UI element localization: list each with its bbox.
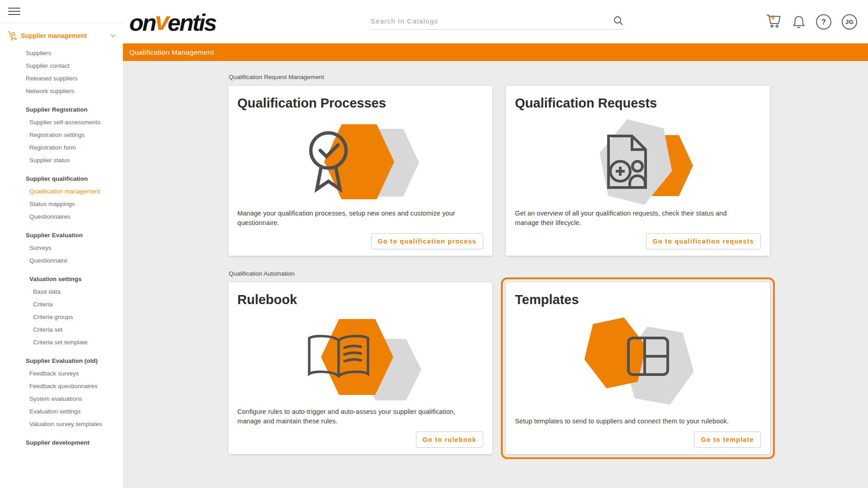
sidebar-section-supplier-evaluation[interactable]: Supplier Evaluation (0, 229, 123, 241)
card-description: Configure rules to auto-trigger and auto… (237, 407, 466, 426)
rulebook-illustration (304, 319, 417, 400)
sidebar-section-supplier-development[interactable]: Supplier development (0, 436, 123, 449)
sidebar-item-supplier-contact[interactable]: Supplier contact (0, 59, 123, 72)
cards-row-1: Qualification Processes Manage your qual… (228, 86, 868, 256)
go-to-qualification-requests-button[interactable]: Go to qualification requests (646, 233, 761, 249)
logo-part1: on (129, 9, 156, 36)
page-content: Qualification Request Management Qualifi… (123, 61, 868, 488)
card-title: Templates (515, 292, 761, 307)
sidebar-item-qualification-management[interactable]: Qualification management (0, 185, 123, 197)
sidebar-item-suppliers[interactable]: Suppliers (0, 47, 123, 59)
sidebar-nav: Suppliers Supplier contact Released supp… (0, 47, 123, 449)
go-to-template-button[interactable]: Go to template (694, 432, 761, 448)
go-to-qualification-process-button[interactable]: Go to qualification process (371, 233, 483, 249)
sidebar-item-questionnaires[interactable]: Questionnaires (0, 210, 123, 223)
card-qualification-processes: Qualification Processes Manage your qual… (228, 86, 492, 256)
cart-button[interactable]: 6 (765, 14, 782, 30)
card-title: Rulebook (237, 292, 483, 307)
qualification-processes-illustration (304, 122, 417, 204)
sidebar-item-system-evaluations[interactable]: System evaluations (0, 392, 123, 405)
sidebar-item-criteria-groups[interactable]: Criteria groups (0, 310, 123, 323)
open-book-icon (305, 332, 373, 385)
medal-check-icon (305, 127, 352, 196)
sidebar-item-surveys[interactable]: Surveys (0, 241, 123, 254)
hamburger-row (0, 0, 123, 23)
card-description: Setup templates to send to suppliers and… (515, 417, 743, 426)
go-to-rulebook-button[interactable]: Go to rulebook (416, 432, 483, 448)
main-column: onventis 6 ? JG (123, 0, 868, 488)
sidebar-item-registration-form[interactable]: Registration form (0, 141, 123, 154)
catalog-search (371, 12, 625, 30)
card-title: Qualification Processes (237, 96, 483, 111)
qualification-requests-illustration (581, 122, 694, 204)
search-input[interactable] (371, 12, 609, 29)
card-templates: Templates Setup templates to send to sup… (506, 282, 770, 454)
top-bar: onventis 6 ? JG (123, 0, 868, 43)
sidebar-item-feedback-questionnaires[interactable]: Feedback questionnaires (0, 380, 123, 392)
sidebar-item-valuation-survey-templates[interactable]: Valuation survey templates (0, 418, 123, 430)
card-description: Manage your qualification processes, set… (237, 209, 466, 228)
sidebar-item-supplier-status[interactable]: Supplier status (0, 154, 123, 166)
sidebar-item-criteria-set-template[interactable]: Criteria set template (0, 336, 123, 348)
logo-v: v (155, 8, 168, 34)
chevron-down-icon (110, 34, 116, 38)
sidebar-item-supplier-management[interactable]: Supplier management (0, 28, 123, 44)
sidebar-item-released-suppliers[interactable]: Released suppliers (0, 72, 123, 84)
sidebar-item-base-data[interactable]: Base data (0, 285, 123, 298)
sidebar-item-feedback-surveys[interactable]: Feedback surveys (0, 367, 123, 380)
request-document-icon (605, 133, 656, 191)
templates-illustration (581, 319, 694, 400)
template-layout-icon (627, 336, 670, 377)
card-title: Qualification Requests (515, 96, 761, 111)
breadcrumb-bar: Qualification Management (123, 43, 868, 61)
hamburger-menu-icon[interactable] (8, 5, 20, 17)
sidebar-item-evaluation-settings[interactable]: Evaluation settings (0, 405, 123, 418)
card-qualification-requests: Qualification Requests (506, 86, 770, 256)
sidebar-item-questionnaire[interactable]: Questionnaire (0, 254, 123, 267)
header-icons: 6 ? JG (765, 14, 857, 30)
app: { "colors": { "accent_orange": "#EE7D01"… (0, 0, 868, 488)
sidebar-item-status-mappings[interactable]: Status mappings (0, 197, 123, 210)
cards-row-2: Rulebook Confi (228, 282, 868, 454)
cart-count-badge: 6 (771, 14, 774, 21)
avatar-initials: JG (845, 19, 854, 25)
help-button[interactable]: ? (816, 14, 831, 29)
section-label-request-management: Qualification Request Management (229, 74, 868, 80)
search-icon[interactable] (613, 15, 624, 26)
sidebar-root-label: Supplier management (21, 32, 87, 39)
notifications-bell-icon[interactable] (792, 15, 806, 28)
sidebar-item-criteria[interactable]: Criteria (0, 298, 123, 310)
sidebar-section-supplier-qualification[interactable]: Supplier qualification (0, 172, 123, 185)
sidebar-section-valuation-settings[interactable]: Valuation settings (0, 272, 123, 285)
help-glyph: ? (821, 18, 826, 26)
user-avatar[interactable]: JG (842, 14, 857, 29)
logo-part2: entis (168, 9, 216, 36)
sidebar-section-supplier-registration[interactable]: Supplier Registration (0, 103, 123, 116)
sidebar-item-registration-settings[interactable]: Registration settings (0, 128, 123, 141)
sidebar-section-supplier-evaluation-old[interactable]: Supplier Evaluation (old) (0, 354, 123, 367)
hand-truck-icon (7, 31, 17, 41)
onventis-logo: onventis (129, 9, 216, 35)
card-rulebook: Rulebook Confi (228, 282, 492, 454)
sidebar-item-criteria-set[interactable]: Criteria set (0, 323, 123, 336)
card-description: Get an overview of all your qualificatio… (515, 209, 743, 228)
sidebar: Supplier management Suppliers Supplier c… (0, 0, 123, 488)
sidebar-item-network-suppliers[interactable]: Network suppliers (0, 84, 123, 97)
breadcrumb: Qualification Management (129, 48, 214, 56)
section-label-automation: Qualification Automation (229, 270, 868, 277)
sidebar-item-supplier-self-assessments[interactable]: Supplier self-assessments (0, 116, 123, 128)
